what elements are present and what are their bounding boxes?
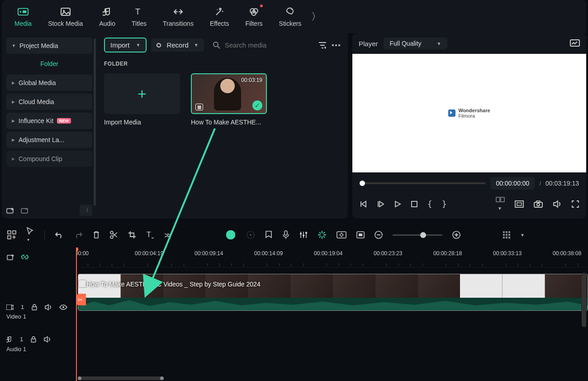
prev-frame-icon[interactable] [360, 200, 367, 208]
new-folder-icon[interactable] [6, 207, 14, 214]
nav-audio[interactable]: Audio [91, 3, 123, 31]
media-pane: Import▼ Record▼ FOLDER + Import [97, 33, 348, 219]
zoom-in-icon[interactable] [452, 231, 460, 239]
nav-filters[interactable]: Filters [237, 3, 270, 31]
effects-icon [214, 6, 225, 17]
sidebar-scrollbar[interactable] [94, 38, 96, 206]
more-tools-icon[interactable]: ≫ [164, 231, 172, 239]
ratio-icon[interactable] [515, 200, 524, 208]
sidebar-cloud-media[interactable]: ▶Cloud Media [6, 94, 92, 110]
view-mode-caret[interactable]: ▼ [520, 233, 525, 238]
zoom-slider[interactable] [393, 234, 442, 236]
undo-icon[interactable] [55, 231, 64, 238]
delete-folder-icon[interactable] [21, 207, 29, 214]
sidebar-global-media[interactable]: ▶Global Media [6, 75, 92, 91]
lock-icon[interactable] [30, 336, 37, 343]
time-ruler[interactable]: 00:0000:00:04:1900:00:09:1400:00:14:0900… [76, 248, 588, 267]
svg-point-23 [537, 203, 540, 206]
delete-icon[interactable] [93, 231, 100, 239]
media-clip-card[interactable]: 00:03:19 ▦ ✓ How To Make AESTHE... [191, 73, 268, 126]
timeline-canvas[interactable]: 00:0000:00:04:1900:00:09:1400:00:14:0900… [76, 248, 588, 381]
svg-text:T: T [147, 231, 151, 238]
view-mode-icon[interactable] [503, 231, 510, 238]
voiceover-icon[interactable] [282, 230, 289, 239]
fullscreen-icon[interactable] [572, 200, 579, 208]
mark-in-icon[interactable]: { [427, 200, 432, 209]
crop-icon[interactable] [128, 231, 136, 239]
nav-more[interactable]: 〉 [311, 10, 321, 24]
nav-label: Stock Media [48, 20, 83, 27]
timeline-h-scrollbar[interactable] [78, 376, 164, 380]
ai-icon[interactable] [225, 229, 236, 240]
sidebar-influence-kit[interactable]: ▶Influence KitNEW [6, 113, 92, 129]
mute-icon[interactable] [45, 304, 52, 310]
text-icon[interactable]: T [146, 231, 154, 239]
media-icon [18, 6, 28, 17]
mark-out-icon[interactable]: } [442, 200, 446, 209]
sidebar-folder[interactable]: Folder [6, 57, 92, 72]
preview-canvas[interactable]: WondershareFilmora [352, 54, 586, 172]
link-icon[interactable] [21, 253, 29, 262]
nav-stickers[interactable]: Stickers [271, 3, 310, 31]
audio-track-icon [6, 336, 13, 343]
video-track-header[interactable]: 1 Video 1 [0, 295, 76, 329]
speed-icon[interactable] [246, 230, 255, 239]
marker-icon[interactable] [265, 231, 272, 239]
audio-mixer-icon[interactable] [299, 231, 308, 239]
sidebar-adjustment-layer[interactable]: ▶Adjustment La... [6, 132, 92, 148]
track-index: 1 [20, 336, 23, 343]
split-icon[interactable] [110, 231, 118, 239]
zoom-out-icon[interactable] [375, 231, 383, 239]
play-icon[interactable] [394, 200, 401, 208]
stock-icon [60, 6, 71, 17]
audio-track-header[interactable]: 1 Audio 1 [0, 329, 76, 359]
stickers-icon [285, 6, 295, 17]
nav-titles[interactable]: T Titles [123, 3, 155, 31]
adjust-icon[interactable] [356, 231, 365, 238]
render-icon[interactable] [318, 230, 327, 239]
seek-bar[interactable] [360, 182, 486, 184]
import-button[interactable]: Import▼ [104, 38, 147, 52]
snapshot-icon[interactable] [534, 200, 543, 208]
nav-effects[interactable]: Effects [202, 3, 237, 31]
titles-icon: T [133, 6, 144, 17]
playhead[interactable]: ✂ [76, 248, 77, 381]
video-clip[interactable]: How To Make AESTHETIC Videos _ Step by S… [78, 274, 588, 311]
timeline-v-scrollbar[interactable] [582, 273, 586, 327]
keyframe-icon[interactable] [337, 231, 346, 238]
cut-handle[interactable]: ✂ [76, 294, 86, 305]
quality-select[interactable]: Full Quality▼ [384, 38, 448, 49]
compare-icon[interactable]: ▼ [496, 196, 505, 212]
nav-media[interactable]: Media [6, 3, 40, 31]
lock-icon[interactable] [31, 304, 38, 310]
stop-icon[interactable] [411, 201, 417, 207]
visibility-icon[interactable] [59, 305, 67, 310]
search-box[interactable] [209, 41, 313, 49]
svg-rect-35 [303, 235, 304, 236]
sidebar-project-media[interactable]: ▼Project Media [6, 38, 92, 54]
play-backward-icon[interactable] [377, 200, 384, 208]
new-badge: NEW [57, 118, 71, 124]
svg-rect-36 [305, 232, 307, 233]
display-settings-icon[interactable] [570, 39, 580, 48]
import-media-card[interactable]: + Import Media [104, 73, 181, 126]
add-track-icon[interactable] [6, 253, 14, 262]
filter-icon[interactable] [318, 41, 327, 49]
nav-stock-media[interactable]: Stock Media [40, 3, 91, 31]
nav-transitions[interactable]: Transitions [155, 3, 202, 31]
redo-icon[interactable] [74, 231, 83, 238]
layout-icon[interactable] [7, 230, 16, 239]
track-name: Audio 1 [6, 346, 70, 352]
label: Project Media [19, 42, 58, 49]
seek-handle[interactable] [360, 181, 365, 186]
sidebar-compound-clip[interactable]: ▶Compound Clip [6, 151, 92, 167]
volume-icon[interactable] [553, 200, 562, 208]
search-input[interactable] [225, 41, 297, 49]
mute-icon[interactable] [44, 336, 51, 343]
svg-point-15 [338, 44, 340, 46]
duration-badge: 00:03:19 [241, 77, 262, 83]
collapse-sidebar[interactable]: 〈 [80, 205, 92, 216]
record-button[interactable]: Record▼ [151, 38, 204, 52]
select-tool-icon[interactable]: ▾ [26, 227, 34, 243]
more-icon[interactable] [332, 44, 341, 47]
